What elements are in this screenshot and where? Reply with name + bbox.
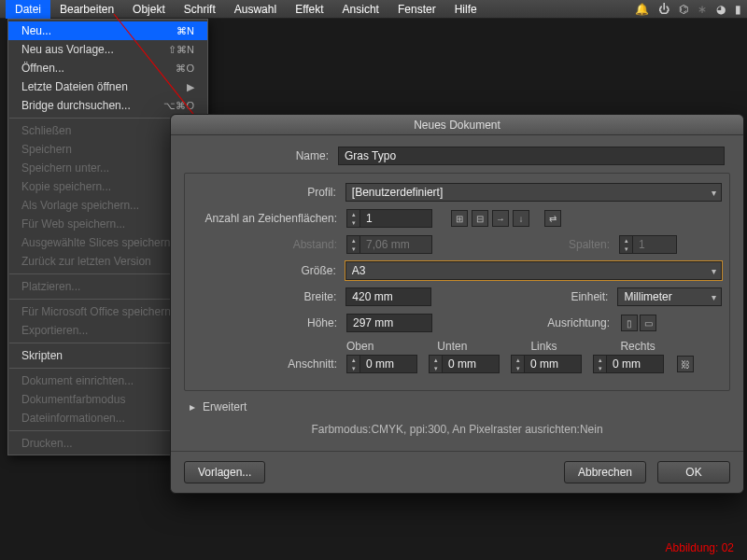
breite-label: Breite: — [192, 290, 345, 303]
landscape-icon[interactable]: ▭ — [640, 315, 656, 331]
menu-hilfe[interactable]: Hilfe — [445, 0, 486, 19]
bleed-top-input[interactable] — [359, 355, 417, 373]
chevron-right-icon[interactable]: ▸ — [190, 400, 195, 413]
breite-input[interactable] — [345, 287, 431, 306]
menu-neu-vorlage[interactable]: Neu aus Vorlage...⇧⌘N — [8, 40, 207, 59]
arrange-right-icon[interactable]: → — [492, 210, 509, 227]
bluetooth-icon: ∗ — [698, 3, 707, 16]
menu-bridge[interactable]: Bridge durchsuchen...⌥⌘O — [8, 96, 207, 115]
vorlagen-button[interactable]: Vorlagen... — [184, 461, 265, 483]
bleed-right-input[interactable] — [606, 355, 664, 373]
ok-button[interactable]: OK — [657, 461, 730, 483]
abstand-label: Abstand: — [192, 238, 346, 251]
ausrichtung-label: Ausrichtung: — [432, 316, 619, 329]
dialog-title: Neues Dokument — [171, 115, 743, 135]
hoehe-input[interactable] — [346, 314, 432, 332]
bell-icon: 🔔 — [635, 3, 649, 16]
menu-bearbeiten[interactable]: Bearbeiten — [50, 0, 123, 19]
rtl-icon[interactable]: ⇄ — [544, 210, 561, 227]
hoehe-label: Höhe: — [192, 316, 346, 329]
artboards-label: Anzahl an Zeichenflächen: — [192, 212, 346, 225]
dropbox-icon: ⌬ — [679, 3, 688, 16]
profil-dropdown[interactable]: [Benutzerdefiniert] — [345, 183, 722, 202]
spalten-label: Spalten: — [432, 238, 619, 251]
bleed-left-input[interactable] — [524, 355, 582, 373]
name-input[interactable] — [338, 147, 725, 165]
rechts-label: Rechts — [620, 340, 655, 353]
power-icon: ⏻ — [658, 3, 669, 16]
oben-label: Oben — [346, 340, 374, 353]
groesse-label: Größe: — [192, 264, 345, 277]
abbrechen-button[interactable]: Abbrechen — [564, 461, 646, 483]
anschnitt-label: Anschnitt: — [192, 357, 346, 371]
menu-fenster[interactable]: Fenster — [388, 0, 445, 19]
einheit-dropdown[interactable]: Millimeter — [617, 287, 722, 306]
menu-datei[interactable]: Datei — [6, 0, 50, 19]
menu-objekt[interactable]: Objekt — [123, 0, 175, 19]
menubar: Datei Bearbeiten Objekt Schrift Auswahl … — [0, 0, 747, 19]
arrange-down-icon[interactable]: ↓ — [513, 210, 529, 227]
wifi-icon: ◕ — [716, 3, 726, 16]
new-document-dialog: Neues Dokument Name: Profil: [Benutzerde… — [170, 114, 744, 494]
mode-summary: Farbmodus:CMYK, ppi:300, An Pixelraster … — [184, 423, 730, 436]
groesse-dropdown[interactable]: A3 — [345, 261, 722, 280]
menu-effekt[interactable]: Effekt — [286, 0, 332, 19]
menu-neu[interactable]: Neu...⌘N — [8, 21, 207, 40]
links-label: Links — [530, 340, 557, 353]
bleed-bottom-input[interactable] — [442, 355, 500, 373]
erweitert-toggle[interactable]: Erweitert — [203, 400, 247, 413]
link-bleed-icon[interactable]: ⛓ — [677, 356, 694, 372]
menu-schrift[interactable]: Schrift — [175, 0, 225, 19]
menu-auswahl[interactable]: Auswahl — [225, 0, 286, 19]
grid-by-col-icon[interactable]: ⊟ — [472, 210, 488, 227]
name-label: Name: — [184, 149, 338, 162]
menu-letzte[interactable]: Letzte Dateien öffnen▶ — [8, 77, 207, 96]
figure-caption: Abbildung: 02 — [666, 541, 734, 554]
unten-label: Unten — [437, 340, 467, 353]
menu-ansicht[interactable]: Ansicht — [333, 0, 388, 19]
menu-oeffnen[interactable]: Öffnen...⌘O — [8, 59, 207, 77]
battery-icon: ▮ — [735, 3, 741, 16]
spalten-input — [632, 235, 677, 254]
profil-label: Profil: — [192, 186, 345, 199]
abstand-input — [359, 235, 432, 254]
grid-by-row-icon[interactable]: ⊞ — [451, 210, 468, 227]
portrait-icon[interactable]: ▯ — [621, 315, 638, 331]
system-tray: 🔔 ⏻ ⌬ ∗ ◕ ▮ — [635, 3, 741, 16]
einheit-label: Einheit: — [431, 290, 617, 303]
artboards-input[interactable] — [359, 209, 432, 228]
